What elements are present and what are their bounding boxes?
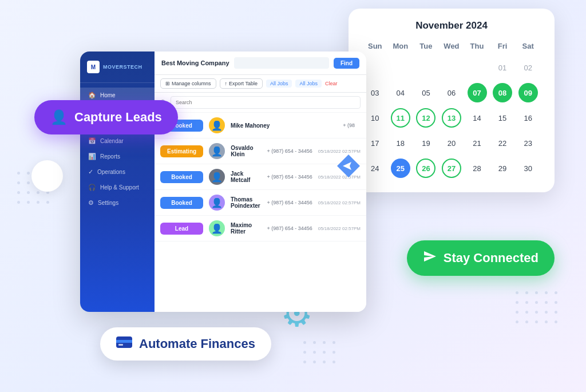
- sidebar-item-reports[interactable]: 📊 Reports: [80, 149, 155, 164]
- calendar-card: November 2024 SunMonTueWedThuFriSat 0102…: [349, 9, 555, 192]
- table-row[interactable]: Booked 👤 Mike Mahoney + (98: [155, 113, 366, 138]
- svg-rect-2: [118, 344, 123, 346]
- logo-text: MOVERSTECH: [103, 64, 142, 70]
- calendar-day[interactable]: 29: [490, 156, 516, 181]
- find-button[interactable]: Find: [334, 58, 359, 69]
- calendar-day[interactable]: 05: [413, 80, 439, 105]
- sidebar-icon: 🎧: [88, 184, 96, 191]
- logo-icon: M: [87, 61, 100, 73]
- calendar-day[interactable]: 08: [490, 80, 516, 105]
- table-row[interactable]: Booked 👤 Thomas Poindexter + (987) 654 -…: [155, 190, 366, 216]
- calendar-day[interactable]: 22: [490, 130, 516, 156]
- company-name: Best Moving Company: [161, 60, 229, 66]
- sidebar-item-calendar[interactable]: 📅 Calendar: [80, 133, 155, 149]
- calendar-day[interactable]: 15: [490, 105, 516, 130]
- person-icon: 👤: [50, 109, 68, 125]
- person-date: 05/18/2022 02:57PM: [318, 200, 361, 205]
- clear-button[interactable]: Clear: [325, 81, 338, 86]
- calendar-day[interactable]: 09: [515, 80, 541, 105]
- cal-header-sun: Sun: [362, 39, 388, 55]
- stay-connected-label: Stay Connected: [444, 251, 539, 266]
- blob-decoration: [31, 160, 63, 192]
- status-badge-booked: Booked: [160, 197, 203, 209]
- arrow-decoration: [334, 152, 363, 180]
- search-row: 🔍: [155, 93, 366, 113]
- calendar-day[interactable]: 19: [413, 130, 439, 156]
- calendar-day[interactable]: 18: [388, 130, 414, 156]
- person-phone: + (987) 654 - 34456: [267, 148, 312, 154]
- calendar-day[interactable]: 06: [439, 80, 465, 105]
- calendar-day[interactable]: 13: [439, 105, 465, 130]
- calendar-day[interactable]: 26: [413, 156, 439, 181]
- person-avatar: 👤: [209, 117, 225, 133]
- cal-header-fri: Fri: [490, 39, 516, 55]
- stay-connected-badge: Stay Connected: [407, 240, 555, 276]
- sidebar-item-settings[interactable]: ⚙ Settings: [80, 195, 155, 211]
- calendar-day[interactable]: 25: [388, 156, 414, 181]
- person-avatar: 👤: [209, 195, 225, 211]
- cal-header-mon: Mon: [388, 39, 414, 55]
- sidebar-label: Help & Support: [100, 184, 139, 191]
- person-phone: + (987) 654 - 34456: [267, 174, 312, 180]
- capture-leads-label: Capture Leads: [74, 110, 162, 125]
- automate-finances-label: Automate Finances: [139, 336, 255, 351]
- person-avatar: 👤: [209, 169, 225, 185]
- calendar-day[interactable]: 14: [464, 105, 490, 130]
- sidebar-label: Calendar: [100, 138, 124, 144]
- calendar-day[interactable]: 21: [464, 130, 490, 156]
- person-phone: + (98: [343, 122, 355, 128]
- cal-header-tue: Tue: [413, 39, 439, 55]
- person-name: Thomas Poindexter: [231, 196, 261, 209]
- calendar-day[interactable]: 07: [464, 80, 490, 105]
- sidebar-label: Settings: [98, 200, 118, 206]
- sidebar-label: Reports: [100, 153, 120, 160]
- automate-finances-badge: Automate Finances: [100, 327, 271, 361]
- status-badge-estimating: Estimating: [160, 145, 203, 157]
- sidebar-label: Home: [100, 92, 116, 98]
- person-name: Maximo Ritter: [231, 222, 261, 235]
- sidebar-item-operations[interactable]: ✓ Operations: [80, 164, 155, 180]
- calendar-day[interactable]: 12: [413, 105, 439, 130]
- calendar-day[interactable]: 16: [515, 105, 541, 130]
- calendar-day: [388, 55, 414, 80]
- person-name: Jack Metcalf: [231, 171, 261, 183]
- calendar-day[interactable]: 01: [490, 55, 516, 80]
- main-content: Best Moving Company Find ⊞ Manage column…: [155, 52, 366, 312]
- sidebar-logo: M MOVERSTECH: [80, 61, 155, 83]
- sidebar-item-help-&-support[interactable]: 🎧 Help & Support: [80, 180, 155, 195]
- sidebar-icon: 🏠: [88, 92, 96, 99]
- app-window: M MOVERSTECH 🏠 Home⚡ Activities! Claims📅…: [80, 52, 366, 312]
- dot-grid-bottom: [303, 341, 335, 363]
- calendar-day[interactable]: 04: [388, 80, 414, 105]
- search-input[interactable]: [171, 96, 361, 109]
- table-row[interactable]: Lead 👤 Maximo Ritter + (987) 654 - 34456…: [155, 216, 366, 241]
- person-name: Mike Mahoney: [231, 122, 337, 129]
- manage-columns-button[interactable]: ⊞ Manage columns: [160, 78, 216, 89]
- calendar-day[interactable]: 28: [464, 156, 490, 181]
- dot-grid-right: [516, 291, 557, 323]
- status-badge-booked: Booked: [160, 171, 203, 183]
- search-bar[interactable]: [234, 57, 329, 69]
- calendar-day[interactable]: 02: [515, 55, 541, 80]
- calendar-day[interactable]: 11: [388, 105, 414, 130]
- calendar-day[interactable]: 27: [439, 156, 465, 181]
- calendar-day[interactable]: 30: [515, 156, 541, 181]
- calendar-day[interactable]: 20: [439, 130, 465, 156]
- export-table-button[interactable]: ↑ Export Table: [220, 78, 263, 89]
- card-icon: [116, 336, 132, 351]
- filter-jobs[interactable]: All Jobs: [266, 80, 292, 88]
- columns-icon: ⊞: [165, 81, 170, 86]
- sidebar-icon: ✓: [88, 168, 93, 176]
- person-phone: + (987) 654 - 34456: [267, 225, 312, 231]
- sidebar-label: Operations: [97, 169, 125, 175]
- cal-header-wed: Wed: [439, 39, 465, 55]
- filter-time[interactable]: All Jobs: [295, 80, 322, 88]
- cal-header-thu: Thu: [464, 39, 490, 55]
- capture-leads-badge: 👤 Capture Leads: [34, 100, 178, 134]
- calendar-day[interactable]: 23: [515, 130, 541, 156]
- sidebar-icon: 📅: [88, 137, 96, 145]
- sidebar-icon: 📊: [88, 153, 96, 160]
- calendar-day: [413, 55, 439, 80]
- svg-rect-1: [116, 340, 132, 343]
- person-avatar: 👤: [209, 220, 225, 236]
